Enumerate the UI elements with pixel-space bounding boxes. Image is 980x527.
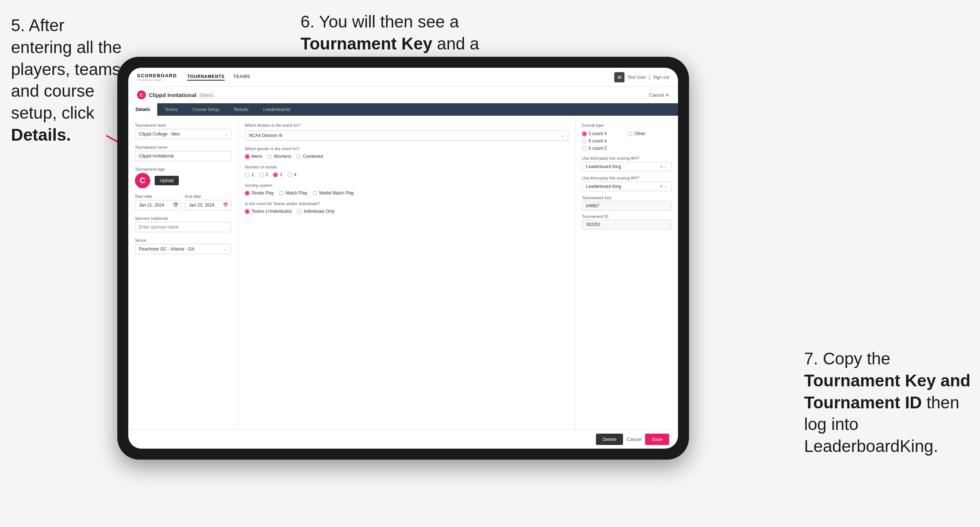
nav-user: SI Test User | Sign out (614, 72, 669, 83)
tournament-name-group: Tournament name (135, 145, 231, 161)
format-5count4-radio[interactable] (582, 132, 587, 136)
tournament-header: C Clippd Invitational (Men) Cancel ✕ (128, 87, 678, 103)
user-name: Test User (627, 75, 646, 80)
nav-link-teams[interactable]: TEAMS (234, 74, 250, 81)
cancel-header-button[interactable]: Cancel ✕ (649, 92, 669, 98)
teams-plus-individuals[interactable]: Teams (+Individuals) (245, 209, 292, 214)
tournament-logo: C (137, 90, 146, 99)
individuals-only[interactable]: Individuals Only (297, 209, 335, 214)
rounds-label: Number of rounds (245, 165, 568, 169)
third-party-1-section: Use third-party live scoring API? Leader… (582, 156, 671, 171)
teams-radio-group: Teams (+Individuals) Individuals Only (245, 209, 568, 214)
gender-mens[interactable]: Mens (245, 154, 262, 159)
tournament-id-input[interactable] (582, 220, 671, 229)
tab-details[interactable]: Details (128, 103, 157, 116)
division-select[interactable]: NCAA Division III (245, 130, 568, 141)
round-3[interactable]: 3 (273, 172, 282, 177)
tournament-name-input[interactable] (135, 151, 231, 161)
format-6count4-label: 6 count 4 (589, 138, 606, 144)
scoring-match[interactable]: Match Play (279, 190, 307, 195)
round-4-label: 4 (294, 172, 296, 177)
middle-column: Which division is the event for? NCAA Di… (238, 116, 575, 430)
host-select[interactable]: Clippd College - Men (135, 129, 231, 139)
scoring-medal-match[interactable]: Medal Match Play (313, 190, 354, 195)
scoring-match-label: Match Play (285, 190, 307, 195)
gender-combined-radio[interactable] (296, 154, 301, 159)
annotation-bottom-right: 7. Copy the Tournament Key and Tournamen… (804, 348, 973, 457)
delete-button[interactable]: Delete (596, 433, 623, 445)
upload-button[interactable]: Upload (155, 176, 179, 185)
tab-course-setup[interactable]: Course Setup (185, 103, 226, 116)
tournament-name: Clippd Invitational (149, 92, 196, 98)
logo-label: Tournament logo (135, 167, 231, 171)
tournament-name-label: Tournament name (135, 145, 231, 149)
scoring-medal-match-radio[interactable] (313, 191, 317, 195)
tournament-key-label: Tournament Key (582, 195, 671, 200)
sponsor-group: Sponsor (optional) (135, 216, 231, 232)
format-6count5-label: 6 count 5 (589, 146, 606, 151)
gender-womens[interactable]: Womens (267, 154, 291, 159)
scoring-label: Scoring system (245, 183, 568, 187)
logo-group: Tournament logo C Upload (135, 167, 231, 188)
tab-leaderboards[interactable]: Leaderboards (256, 103, 298, 116)
host-label: Tournament Host (135, 123, 231, 127)
start-calendar-icon: 📅 (173, 203, 178, 208)
third-party-2-label: Use third-party live scoring API? (582, 176, 671, 180)
save-button[interactable]: Save (645, 433, 669, 445)
venue-select-wrapper: Peachtree GC - Atlanta - GA (135, 244, 231, 254)
tournament-id-box: Tournament ID (582, 214, 671, 229)
venue-select[interactable]: Peachtree GC - Atlanta - GA (135, 244, 231, 254)
individuals-only-radio[interactable] (297, 209, 302, 214)
round-2-radio[interactable] (259, 173, 264, 177)
tournament-key-input[interactable] (582, 201, 671, 211)
tournament-subtitle: (Men) (199, 92, 214, 98)
gender-womens-radio[interactable] (267, 154, 272, 159)
round-1-radio[interactable] (245, 173, 250, 177)
division-label: Which division is the event for? (245, 123, 568, 127)
rounds-group: Number of rounds 1 2 3 (245, 165, 568, 177)
round-3-label: 3 (280, 172, 282, 177)
format-other[interactable]: Other (628, 131, 671, 136)
cancel-button[interactable]: Cancel (627, 437, 641, 442)
gender-mens-radio[interactable] (245, 154, 250, 159)
end-date-group: End date 📅 (185, 194, 232, 210)
third-party-2-icons: ✕ ⌄ (660, 184, 667, 189)
individuals-only-label: Individuals Only (304, 209, 335, 214)
format-6count4[interactable]: 6 count 4 (582, 138, 625, 144)
scoring-match-radio[interactable] (279, 191, 284, 195)
format-empty (628, 138, 671, 144)
venue-group: Venue Peachtree GC - Atlanta - GA (135, 238, 231, 254)
format-6count4-radio[interactable] (582, 139, 587, 144)
sponsor-input[interactable] (135, 222, 231, 232)
gender-combined[interactable]: Combined (296, 154, 323, 159)
tab-teams[interactable]: Teams (157, 103, 185, 116)
third-party-2-select[interactable]: Leaderboard King ✕ ⌄ (582, 182, 671, 191)
scoring-stroke-radio[interactable] (245, 191, 250, 195)
round-1[interactable]: 1 (245, 172, 254, 177)
round-4-radio[interactable] (287, 173, 292, 177)
round-3-radio[interactable] (273, 173, 278, 177)
round-1-label: 1 (251, 172, 254, 177)
teams-plus-radio[interactable] (245, 209, 250, 214)
right-column: Format type 5 count 4 Other 6 count 4 (575, 116, 678, 430)
rounds-radio-group: 1 2 3 4 (245, 172, 568, 177)
round-4[interactable]: 4 (287, 172, 296, 177)
sign-out-link[interactable]: Sign out (653, 75, 669, 80)
left-column: Tournament Host Clippd College - Men Tou… (128, 116, 238, 430)
round-2[interactable]: 2 (259, 172, 268, 177)
scoring-stroke-label: Stroke Play (251, 190, 274, 195)
nav-link-tournaments[interactable]: TOURNAMENTS (187, 74, 225, 81)
nav-separator: | (649, 75, 650, 80)
tab-results[interactable]: Results (226, 103, 256, 116)
format-6count5[interactable]: 6 count 5 (582, 146, 625, 151)
scoring-stroke[interactable]: Stroke Play (245, 190, 274, 195)
annotation-left: 5. After entering all the players, teams… (11, 15, 125, 146)
format-5count4[interactable]: 5 count 4 (582, 131, 625, 136)
format-other-radio[interactable] (628, 132, 633, 136)
format-other-label: Other (635, 131, 645, 136)
division-group: Which division is the event for? NCAA Di… (245, 123, 568, 141)
host-select-wrapper: Clippd College - Men (135, 129, 231, 139)
format-6count5-radio[interactable] (582, 146, 587, 151)
third-party-1-select[interactable]: Leaderboard King ✕ ⌄ (582, 162, 671, 171)
third-party-2-section: Use third-party live scoring API? Leader… (582, 176, 671, 191)
